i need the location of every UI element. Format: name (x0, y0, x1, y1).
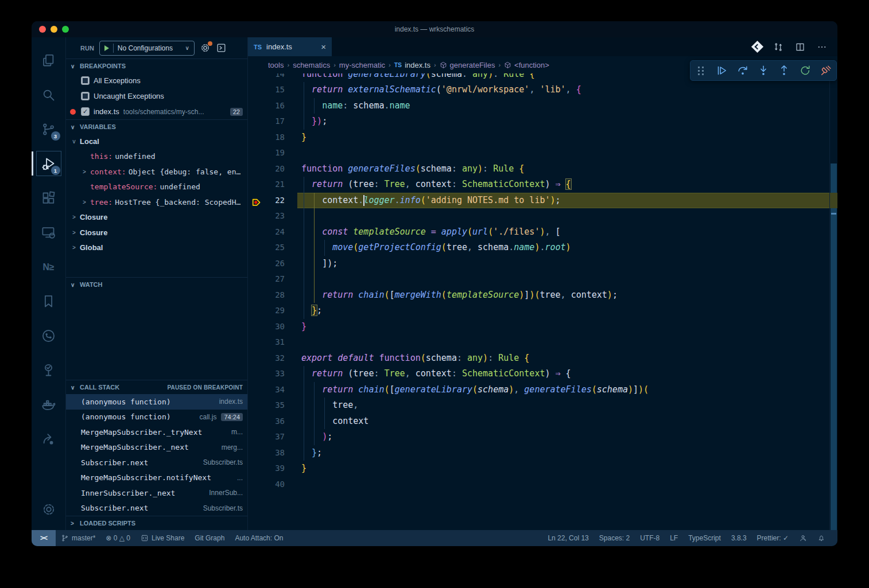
code-line-26[interactable]: 26 ]); (248, 256, 837, 272)
code-line-17[interactable]: 17 }); (248, 114, 837, 130)
code-line-40[interactable]: 40 (248, 477, 837, 493)
code-line-35[interactable]: 35 tree, (248, 398, 837, 414)
activity-item-source-control[interactable]: 3 (35, 112, 63, 146)
step-into-button[interactable] (755, 63, 771, 79)
activity-item-bookmarks[interactable] (35, 284, 63, 318)
section-loaded-scripts[interactable]: >LOADED SCRIPTS (66, 516, 247, 530)
activity-item-live-share[interactable] (35, 422, 63, 456)
code-line-39[interactable]: 39} (248, 461, 837, 477)
call-stack-frame[interactable]: Subscriber.nextSubscriber.ts (66, 455, 247, 470)
code-line-24[interactable]: 24 const templateSource = apply(url('./f… (248, 224, 837, 240)
editor-scrollbar[interactable] (829, 73, 837, 530)
status-item-live-share[interactable]: Live Share (135, 530, 189, 546)
breadcrumb-item[interactable]: TSindex.ts (394, 61, 430, 69)
code-line-21[interactable]: 21 return (tree: Tree, context: Schemati… (248, 177, 837, 193)
status-item-feedback[interactable] (794, 530, 812, 546)
breakpoint-row[interactable]: Uncaught Exceptions (66, 88, 247, 104)
code-line-20[interactable]: 20function generateFiles(schema: any): R… (248, 161, 837, 177)
code-line-16[interactable]: 16 name: schema.name (248, 98, 837, 114)
breadcrumb-item[interactable]: generateFiles (440, 61, 495, 69)
breadcrumb-item[interactable]: tools (268, 61, 284, 69)
section-call-stack[interactable]: ∨CALL STACKPAUSED ON BREAKPOINT (66, 380, 247, 394)
compare-icon[interactable] (773, 42, 783, 52)
activity-item-git-graph[interactable] (35, 318, 63, 353)
code-line-32[interactable]: 32export default function(schema: any): … (248, 351, 837, 367)
status-item-indentation[interactable]: Spaces: 2 (594, 530, 635, 546)
more-actions-icon[interactable] (817, 42, 827, 52)
variable-row[interactable]: >tree: HostTree {_backend: ScopedH… (66, 194, 247, 210)
activity-item-search[interactable] (35, 77, 63, 112)
settings-gear-icon[interactable] (200, 42, 211, 53)
step-over-button[interactable] (735, 63, 751, 79)
activity-item-run-and-debug[interactable]: 1 (35, 146, 63, 181)
code-line-22[interactable]: 22 context.logger.info('adding NOTES.md … (248, 193, 837, 209)
step-out-button[interactable] (776, 63, 792, 79)
status-item-ts-version[interactable]: 3.8.3 (726, 530, 752, 546)
breadcrumb-item[interactable]: my-schematic (339, 61, 385, 69)
variable-row[interactable]: >Global (66, 240, 247, 256)
activity-item-explorer[interactable] (35, 43, 63, 77)
drag-handle-button[interactable] (693, 63, 709, 79)
call-stack-frame[interactable]: (anonymous function)index.ts (66, 394, 247, 410)
code-line-19[interactable]: 19 (248, 145, 837, 161)
tab-index-ts[interactable]: TS index.ts × (248, 37, 332, 56)
checkbox[interactable] (81, 76, 90, 85)
variable-row[interactable]: >Closure (66, 225, 247, 240)
restart-button[interactable] (797, 63, 813, 79)
code-line-25[interactable]: 25 move(getProjectConfig(tree, schema.na… (248, 240, 837, 256)
status-item-git-branch[interactable]: master* (56, 530, 100, 546)
code-line-36[interactable]: 36 context (248, 414, 837, 430)
status-item-language-mode[interactable]: TypeScript (683, 530, 726, 546)
call-stack-frame[interactable]: Subscriber.nextSubscriber.ts (66, 501, 247, 516)
status-item-notifications[interactable] (812, 530, 831, 546)
continue-button[interactable] (713, 63, 730, 79)
section-watch[interactable]: ∨WATCH (66, 277, 247, 291)
variable-row[interactable]: >Closure (66, 210, 247, 225)
status-item-eol[interactable]: LF (665, 530, 683, 546)
section-variables[interactable]: ∨VARIABLES (66, 119, 247, 134)
status-item-problems[interactable]: ⊗ 0 △ 0 (100, 530, 135, 546)
activity-item-docker[interactable] (35, 387, 63, 422)
code-line-31[interactable]: 31 (248, 334, 837, 351)
variable-row[interactable]: >context: Object {debug: false, en… (66, 164, 247, 180)
status-item-cursor-position[interactable]: Ln 22, Col 13 (542, 530, 593, 546)
status-item-git-graph[interactable]: Git Graph (189, 530, 230, 546)
code-line-27[interactable]: 27 (248, 271, 837, 287)
code-line-37[interactable]: 37 ); (248, 429, 837, 445)
call-stack-frame[interactable]: MergeMapSubscriber.notifyNext... (66, 470, 247, 486)
code-line-23[interactable]: 23 (248, 208, 837, 224)
code-line-38[interactable]: 38 }; (248, 445, 837, 461)
code-line-33[interactable]: 33 return (tree: Tree, context: Schemati… (248, 366, 837, 382)
activity-item-extensions[interactable] (35, 181, 63, 215)
call-stack-frame[interactable]: InnerSubscriber._nextInnerSub... (66, 485, 247, 501)
start-debug-icon[interactable] (104, 45, 109, 51)
activity-item-nx-console[interactable]: N≥ (35, 250, 63, 284)
code-line-15[interactable]: 15 return externalSchematic('@nrwl/works… (248, 82, 837, 98)
checkbox[interactable] (81, 92, 90, 100)
checkbox[interactable]: ✓ (81, 107, 90, 116)
code-line-29[interactable]: 29 }; (248, 303, 837, 319)
disconnect-button[interactable] (818, 63, 834, 79)
variable-row[interactable]: this: undefined (66, 149, 247, 165)
code-line-34[interactable]: 34 return chain([generateLibrary(schema)… (248, 382, 837, 398)
variable-row[interactable]: templateSource: undefined (66, 180, 247, 195)
scrollbar-thumb[interactable] (831, 163, 837, 530)
launch-configuration-dropdown[interactable]: No Configurations ∨ (99, 41, 195, 56)
status-item-auto-attach[interactable]: Auto Attach: On (230, 530, 288, 546)
activity-item-remote-explorer[interactable] (35, 215, 63, 250)
close-tab-icon[interactable]: × (321, 42, 326, 52)
variable-row[interactable]: vLocal (66, 134, 247, 149)
activity-item-todo-tree[interactable] (35, 353, 63, 387)
status-item-encoding[interactable]: UTF-8 (635, 530, 665, 546)
breakpoint-row[interactable]: ✓index.tstools/schematics/my-sch...22 (66, 104, 247, 119)
call-stack-frame[interactable]: (anonymous function)call.js74:24 (66, 410, 247, 425)
breadcrumb-item[interactable]: <function> (504, 61, 549, 69)
remote-indicator[interactable]: >< (32, 530, 56, 546)
debug-console-icon[interactable] (216, 42, 227, 53)
call-stack-frame[interactable]: MergeMapSubscriber._tryNextm... (66, 425, 247, 440)
section-breakpoints[interactable]: ∨BREAKPOINTS (66, 59, 247, 73)
diamond-icon[interactable] (753, 42, 762, 51)
code-line-18[interactable]: 18} (248, 130, 837, 146)
breadcrumb-item[interactable]: schematics (293, 61, 330, 69)
breakpoint-row[interactable]: All Exceptions (66, 73, 247, 88)
